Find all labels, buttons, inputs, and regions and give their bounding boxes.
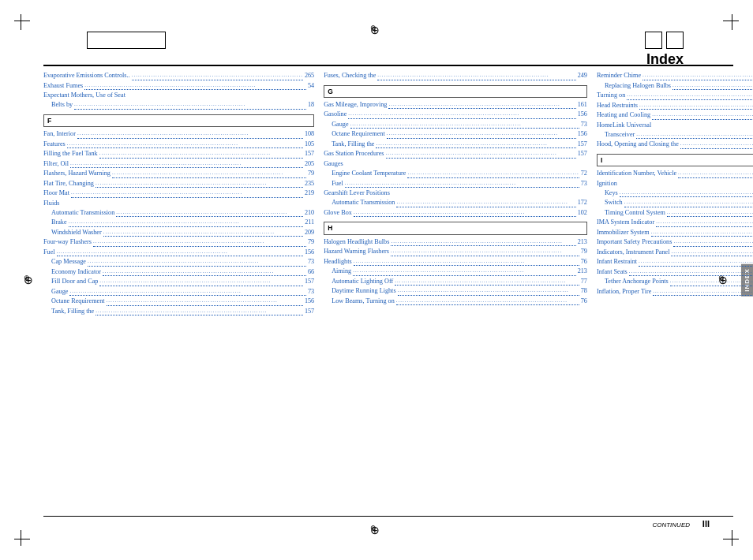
list-item: Gearshift Lever Positions [324, 189, 587, 198]
list-item: Economy Indicator.......................… [43, 267, 314, 278]
list-item: Indicators, Instrument Panel............… [597, 248, 753, 258]
list-item: Fan, Interior...........................… [43, 129, 314, 140]
list-item: IMA System Indicator....................… [597, 218, 753, 228]
list-item: Octane Requirement......................… [43, 297, 314, 307]
list-item: Tank, Filling the.......................… [43, 307, 314, 317]
list-item: Headlights..............................… [324, 257, 587, 267]
list-item: Automatic Transmission..................… [43, 208, 314, 218]
list-item: Infant Seats............................… [597, 267, 753, 278]
list-item: Heating and Cooling.....................… [597, 110, 753, 121]
section-header: I [597, 154, 753, 166]
list-item: Glove Box...............................… [324, 208, 587, 218]
list-item: Four-way Flashers.......................… [43, 237, 314, 248]
list-item: Gauge...................................… [324, 120, 587, 130]
list-item: Automatic Lighting Off..................… [324, 277, 587, 287]
header-rect-right1 [645, 32, 662, 49]
list-item: Belts by................................… [43, 100, 314, 110]
section-header: F [43, 114, 314, 127]
list-item: Gauges [324, 159, 587, 169]
list-item: Fill Door and Cap.......................… [43, 277, 314, 287]
section-header: H [324, 222, 587, 234]
list-item: Flashers, Hazard Warning................… [43, 169, 314, 179]
list-item: Filling the Fuel Tank...................… [43, 149, 314, 159]
column-3: Reminder Chime..........................… [592, 71, 753, 513]
header-rect-left [87, 32, 166, 49]
corner-mark-tr [723, 14, 739, 30]
list-item: Ignition [597, 179, 753, 189]
list-item: Fuel....................................… [43, 248, 314, 258]
list-item: Tether Anchorage Points.................… [597, 277, 753, 287]
list-item: HomeLink Universal [597, 121, 753, 130]
list-item: Features................................… [43, 140, 314, 150]
list-item: Gasoline................................… [324, 110, 587, 120]
list-item: Gas Station Procedures..................… [324, 149, 587, 159]
content-area: Evaporative Emissions Controls..........… [43, 71, 733, 513]
list-item: Fuel....................................… [324, 179, 587, 189]
list-item: Fluids [43, 199, 314, 208]
list-item: Transceiver.............................… [597, 130, 753, 140]
column-2: Fuses, Checking the.....................… [319, 71, 592, 513]
reg-mark-left: ⊕ [24, 274, 36, 286]
top-rule [43, 65, 733, 66]
corner-mark-bl [14, 530, 30, 546]
list-item: Hood, Opening and Closing the...........… [597, 140, 753, 150]
list-item: Switch..................................… [597, 198, 753, 208]
list-item: Expectant Mothers, Use of Seat [43, 91, 314, 100]
header-rect-right2 [666, 32, 684, 49]
list-item: Head Restraints.........................… [597, 101, 753, 111]
list-item: Inflation, Proper Tire..................… [597, 287, 753, 297]
list-item: Automatic Transmission..................… [324, 198, 587, 208]
header-area: Index [47, 8, 706, 71]
page: ⊕ ⊕ ⊕ ⊕ Index INDEX Evaporative Emission… [0, 0, 753, 560]
list-item: Important Safety Precautions............… [597, 237, 753, 248]
page-number: III [702, 519, 710, 528]
list-item: Floor Mat...............................… [43, 189, 314, 199]
list-item: Keys....................................… [597, 189, 753, 199]
reg-mark-bottom: ⊕ [370, 524, 383, 536]
column-1: Evaporative Emissions Controls..........… [43, 71, 319, 513]
list-item: Replacing Halogen Bulbs.................… [597, 81, 753, 91]
list-item: Immobilizer System......................… [597, 228, 753, 238]
continued-text: CONTINUED [652, 521, 690, 528]
section-header: G [324, 85, 587, 98]
corner-mark-br [723, 530, 739, 546]
list-item: Halogen Headlight Bulbs.................… [324, 237, 587, 248]
list-item: Exhaust Fumes...........................… [43, 81, 314, 91]
list-item: Reminder Chime..........................… [597, 71, 753, 81]
list-item: Turning on..............................… [597, 91, 753, 101]
list-item: Tank, Filling the.......................… [324, 140, 587, 150]
corner-mark-tl [14, 14, 30, 30]
list-item: Aiming..................................… [324, 267, 587, 277]
list-item: Octane Requirement......................… [324, 129, 587, 140]
list-item: Brake...................................… [43, 218, 314, 228]
list-item: Low Beams, Turning on...................… [324, 297, 587, 307]
list-item: Flat Tire, Changing.....................… [43, 179, 314, 189]
list-item: Cap Message.............................… [43, 257, 314, 267]
list-item: Gauge...................................… [43, 287, 314, 297]
list-item: Engine Coolant Temperature..............… [324, 169, 587, 179]
list-item: Identification Number, Vehicle..........… [597, 169, 753, 179]
list-item: Filter, Oil.............................… [43, 159, 314, 170]
list-item: Windshield Washer.......................… [43, 228, 314, 238]
list-item: Gas Mileage, Improving..................… [324, 100, 587, 110]
list-item: Timing Control System...................… [597, 208, 753, 218]
list-item: Daytime Running Lights..................… [324, 286, 587, 297]
list-item: Fuses, Checking the.....................… [324, 71, 587, 81]
list-item: Infant Restraint........................… [597, 257, 753, 267]
bottom-rule [43, 516, 733, 517]
list-item: Hazard Warning Flashers.................… [324, 247, 587, 257]
list-item: Evaporative Emissions Controls..........… [43, 71, 314, 81]
